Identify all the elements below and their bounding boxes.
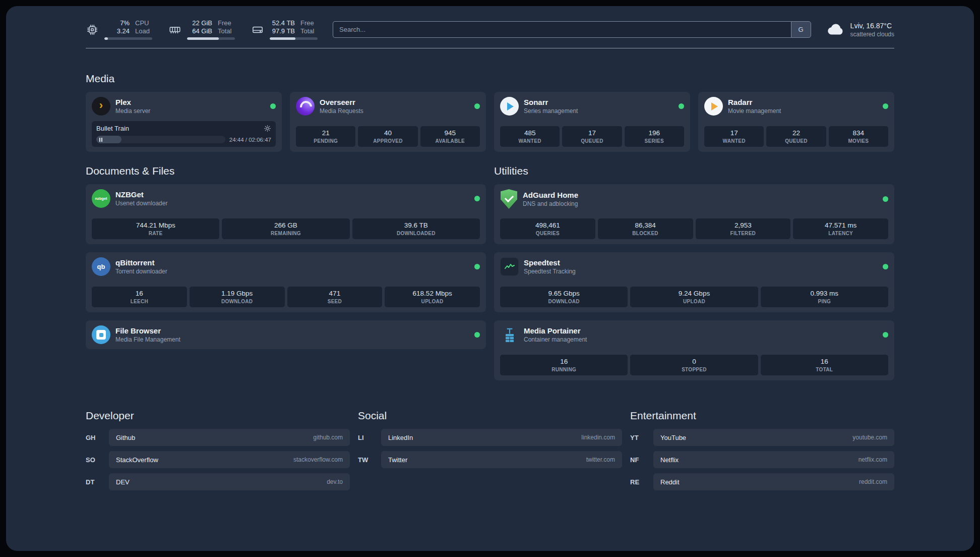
adguard-shield-icon bbox=[500, 189, 518, 209]
section-title-media: Media bbox=[86, 73, 894, 85]
portainer-crane-icon bbox=[500, 325, 519, 344]
bookmark-name: YouTube bbox=[660, 434, 686, 441]
service-card-plex[interactable]: › Plex Media server Bullet Train bbox=[86, 92, 282, 152]
disk-total-label: Total bbox=[300, 27, 318, 35]
radarr-icon bbox=[704, 97, 723, 116]
service-card-adguard[interactable]: AdGuard Home DNS and adblocking 498,461Q… bbox=[494, 184, 894, 244]
memory-free-label: Free bbox=[218, 19, 235, 27]
stat: 266 GBREMAINING bbox=[222, 218, 349, 239]
stat: 39.6 TBDOWNLOADED bbox=[352, 218, 480, 239]
bookmark-linkedin[interactable]: LI LinkedInlinkedin.com bbox=[358, 429, 622, 446]
section-media: Media › Plex Media server Bullet Train bbox=[86, 73, 894, 152]
search-input[interactable] bbox=[333, 21, 791, 38]
sonarr-icon bbox=[500, 97, 519, 116]
weather-location: Lviv, 16.87°C bbox=[850, 22, 894, 30]
cpu-usage-label: CPU bbox=[135, 19, 152, 27]
section-title-documents: Documents & Files bbox=[86, 165, 486, 177]
service-name: Media Portainer bbox=[524, 326, 587, 335]
section-documents: Documents & Files nzbget NZBGet Usenet d… bbox=[86, 165, 486, 349]
stat: 485WANTED bbox=[500, 126, 560, 147]
bookmark-group-title: Social bbox=[358, 410, 622, 422]
cpu-load-label: Load bbox=[135, 27, 152, 35]
bookmark-stackoverflow[interactable]: SO StackOverflowstackoverflow.com bbox=[86, 451, 350, 468]
bookmark-group-developer: Developer GH Githubgithub.com SO StackOv… bbox=[86, 410, 350, 495]
service-desc: Usenet downloader bbox=[115, 200, 167, 207]
stat: 834MOVIES bbox=[829, 126, 888, 147]
bookmark-twitter[interactable]: TW Twittertwitter.com bbox=[358, 451, 622, 468]
status-dot bbox=[883, 332, 888, 338]
weather-condition: scattered clouds bbox=[850, 31, 894, 38]
service-name: Radarr bbox=[728, 98, 781, 106]
memory-total-label: Total bbox=[218, 27, 235, 35]
weather-widget[interactable]: Lviv, 16.87°C scattered clouds bbox=[826, 20, 894, 39]
bookmark-dev[interactable]: DT DEVdev.to bbox=[86, 473, 350, 490]
bookmark-github[interactable]: GH Githubgithub.com bbox=[86, 429, 350, 446]
bookmark-group-title: Entertainment bbox=[630, 410, 894, 422]
memory-total-value: 64 GiB bbox=[187, 27, 212, 35]
bookmark-url: netflix.com bbox=[859, 456, 887, 463]
bookmark-abbr: TW bbox=[358, 456, 381, 464]
stat: 744.21 MbpsRATE bbox=[92, 218, 219, 239]
bookmark-name: Reddit bbox=[660, 478, 680, 486]
memory-free-value: 22 GiB bbox=[187, 19, 212, 27]
status-dot bbox=[474, 196, 480, 201]
service-card-overseerr[interactable]: Overseerr Media Requests 21PENDING 40APP… bbox=[290, 92, 486, 152]
service-card-speedtest[interactable]: Speedtest Speedtest Tracking 9.65 GbpsDO… bbox=[494, 252, 894, 312]
stat: 9.24 GbpsUPLOAD bbox=[630, 287, 758, 307]
section-title-utilities: Utilities bbox=[494, 165, 894, 177]
pause-icon[interactable] bbox=[99, 138, 102, 142]
service-card-sonarr[interactable]: Sonarr Series management 485WANTED 17QUE… bbox=[494, 92, 690, 152]
service-card-portainer[interactable]: Media Portainer Container management 16R… bbox=[494, 320, 894, 380]
bookmark-url: twitter.com bbox=[586, 456, 615, 463]
cloud-icon bbox=[826, 20, 845, 39]
bookmark-group-title: Developer bbox=[86, 410, 350, 422]
bookmark-name: Github bbox=[116, 434, 135, 441]
bookmark-name: LinkedIn bbox=[388, 434, 413, 441]
bookmark-youtube[interactable]: YT YouTubeyoutube.com bbox=[630, 429, 894, 446]
service-name: File Browser bbox=[115, 326, 180, 335]
qbittorrent-icon: qb bbox=[92, 257, 110, 276]
stat: 945AVAILABLE bbox=[420, 126, 480, 147]
stat: 471SEED bbox=[287, 287, 383, 307]
bookmark-url: dev.to bbox=[327, 478, 343, 485]
service-card-qbittorrent[interactable]: qb qBittorrent Torrent downloader 16LEEC… bbox=[86, 252, 486, 312]
service-name: Speedtest bbox=[524, 258, 576, 267]
service-desc: Media server bbox=[115, 107, 150, 115]
service-card-filebrowser[interactable]: File Browser Media File Management bbox=[86, 320, 486, 349]
bookmark-netflix[interactable]: NF Netflixnetflix.com bbox=[630, 451, 894, 468]
service-desc: Container management bbox=[524, 336, 587, 343]
disk-free-label: Free bbox=[300, 19, 318, 27]
cpu-progress-bar bbox=[104, 37, 152, 40]
service-card-nzbget[interactable]: nzbget NZBGet Usenet downloader 744.21 M… bbox=[86, 184, 486, 244]
disk-progress-bar bbox=[270, 37, 318, 40]
stat: 2,953FILTERED bbox=[696, 218, 791, 239]
stat: 9.65 GbpsDOWNLOAD bbox=[500, 287, 628, 307]
bookmark-abbr: NF bbox=[630, 456, 653, 464]
playback-time: 24:44 / 02:06:47 bbox=[229, 137, 271, 143]
memory-progress-bar bbox=[187, 37, 235, 40]
status-dot bbox=[883, 103, 888, 109]
bookmark-url: linkedin.com bbox=[581, 434, 615, 441]
status-dot bbox=[883, 196, 888, 202]
stat: 17WANTED bbox=[704, 126, 764, 147]
service-desc: Media File Management bbox=[115, 336, 180, 343]
stat: 22QUEUED bbox=[766, 126, 826, 147]
topbar-divider bbox=[86, 48, 894, 48]
status-dot bbox=[474, 264, 480, 269]
stat: 0STOPPED bbox=[630, 355, 758, 375]
bookmark-reddit[interactable]: RE Redditreddit.com bbox=[630, 473, 894, 490]
settings-gear-icon[interactable] bbox=[264, 125, 271, 132]
bookmark-url: reddit.com bbox=[859, 478, 887, 485]
disk-total-value: 97.9 TB bbox=[270, 27, 295, 35]
stat: 21PENDING bbox=[296, 126, 355, 147]
search-provider-button[interactable]: G bbox=[791, 21, 811, 38]
stat: 618.52 MbpsUPLOAD bbox=[385, 287, 480, 307]
stat: 86,384BLOCKED bbox=[598, 218, 693, 239]
cpu-load-value: 3.24 bbox=[104, 27, 130, 35]
overseerr-icon bbox=[296, 97, 315, 116]
speedtest-icon bbox=[500, 257, 519, 276]
top-bar: 7%CPU 3.24Load 22 GiBFree 64 GiBTotal bbox=[86, 19, 894, 40]
cpu-widget: 7%CPU 3.24Load bbox=[86, 19, 152, 40]
service-card-radarr[interactable]: Radarr Movie management 17WANTED 22QUEUE… bbox=[698, 92, 894, 152]
playback-progress-bar[interactable] bbox=[96, 136, 225, 143]
